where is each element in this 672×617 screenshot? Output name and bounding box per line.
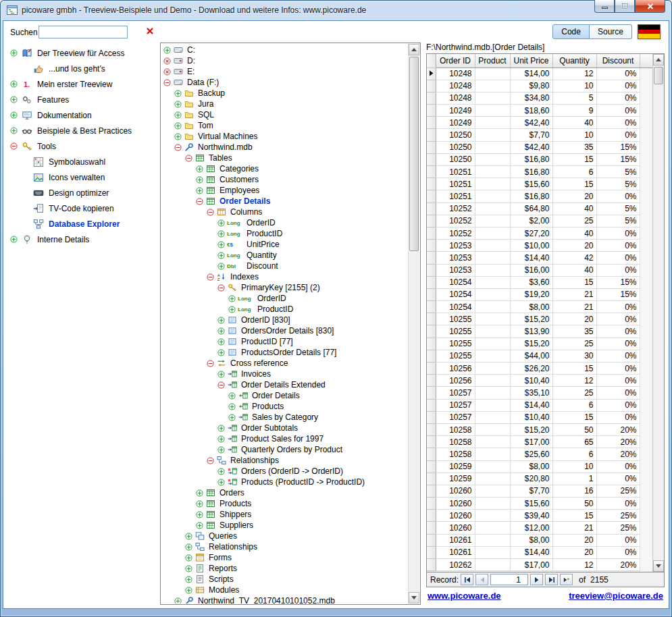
current-record-marker[interactable] bbox=[427, 68, 436, 80]
cell[interactable]: 10256 bbox=[436, 375, 475, 387]
record-number-input[interactable] bbox=[490, 574, 528, 585]
expand-plus-icon[interactable] bbox=[196, 176, 205, 184]
cell[interactable]: $15,60 bbox=[510, 178, 552, 190]
record-selector[interactable] bbox=[427, 338, 436, 350]
cell[interactable]: 10255 bbox=[436, 325, 475, 338]
column-header[interactable]: Quantity bbox=[552, 54, 596, 68]
record-selector[interactable] bbox=[427, 190, 436, 203]
tree-item[interactable]: Tom bbox=[162, 120, 408, 131]
tree-item[interactable]: Customers bbox=[162, 174, 408, 185]
cell[interactable] bbox=[475, 276, 510, 288]
sidebar-item[interactable]: 1.Mein erster Treeview bbox=[7, 76, 159, 92]
tree-item[interactable]: Northwind_TV_20170410101052.mdb bbox=[162, 595, 408, 603]
expand-plus-icon[interactable] bbox=[10, 96, 20, 103]
cell[interactable] bbox=[475, 338, 510, 350]
record-selector[interactable] bbox=[427, 460, 436, 473]
cell[interactable]: 15 bbox=[552, 510, 596, 522]
cell[interactable]: $15,20 bbox=[510, 338, 552, 350]
expand-plus-icon[interactable] bbox=[196, 187, 205, 194]
expand-plus-icon[interactable] bbox=[217, 219, 227, 227]
cell[interactable]: 10249 bbox=[436, 105, 475, 117]
cell[interactable] bbox=[475, 80, 510, 92]
cell[interactable]: $17,00 bbox=[510, 559, 552, 571]
tree-item[interactable]: Queries bbox=[162, 531, 408, 541]
cell[interactable]: 40 bbox=[552, 264, 596, 276]
cell[interactable]: 0% bbox=[596, 363, 640, 375]
last-record-button[interactable] bbox=[545, 574, 558, 585]
record-selector[interactable] bbox=[427, 92, 436, 104]
sidebar-item[interactable]: Features bbox=[7, 92, 159, 107]
search-input[interactable] bbox=[38, 26, 128, 38]
no-expand-icon[interactable] bbox=[163, 68, 173, 76]
record-selector[interactable] bbox=[427, 485, 436, 497]
cell[interactable]: 10250 bbox=[436, 129, 475, 141]
cell[interactable]: $17,00 bbox=[510, 436, 552, 448]
expand-plus-icon[interactable] bbox=[217, 338, 227, 346]
tree-item[interactable]: Shippers bbox=[162, 509, 408, 520]
sidebar-item[interactable]: Design optimizer bbox=[7, 185, 159, 200]
expand-plus-icon[interactable] bbox=[174, 101, 184, 108]
cell[interactable]: 10257 bbox=[436, 411, 475, 423]
cell[interactable] bbox=[475, 105, 510, 117]
cell[interactable]: 10255 bbox=[436, 338, 475, 350]
expand-plus-icon[interactable] bbox=[217, 327, 227, 335]
cell[interactable]: $15,60 bbox=[510, 498, 552, 510]
collapse-minus-icon[interactable] bbox=[207, 209, 216, 216]
collapse-minus-icon[interactable] bbox=[163, 79, 173, 86]
expand-plus-icon[interactable] bbox=[217, 230, 227, 238]
tree-item[interactable]: Products (ProductID -> ProductID) bbox=[162, 477, 408, 487]
cell[interactable] bbox=[475, 375, 510, 387]
sidebar-item[interactable]: Interne Details bbox=[7, 232, 159, 247]
record-selector[interactable] bbox=[427, 301, 436, 313]
cell[interactable] bbox=[475, 534, 510, 546]
grid-scrollbar-thumb[interactable] bbox=[654, 67, 663, 84]
cell[interactable]: 25 bbox=[552, 338, 596, 350]
record-selector[interactable] bbox=[427, 423, 436, 435]
tree-item[interactable]: Sales by Category bbox=[162, 412, 408, 423]
tree-item[interactable]: PrimaryKey [2155] (2) bbox=[162, 282, 408, 293]
cell[interactable]: $26,20 bbox=[510, 363, 552, 375]
cell[interactable]: 10253 bbox=[436, 264, 475, 276]
column-header[interactable]: Discount bbox=[596, 54, 640, 68]
expand-plus-icon[interactable] bbox=[196, 511, 205, 518]
record-selector[interactable] bbox=[427, 141, 436, 153]
expand-plus-icon[interactable] bbox=[174, 90, 184, 97]
cell[interactable] bbox=[475, 166, 510, 178]
tree-item[interactable]: C: bbox=[162, 45, 408, 55]
tree-item[interactable]: Suppliers bbox=[162, 520, 408, 531]
expand-plus-icon[interactable] bbox=[217, 371, 227, 378]
column-header[interactable]: Unit Price bbox=[510, 54, 552, 68]
sidebar-item[interactable]: Tools bbox=[7, 138, 159, 154]
record-selector[interactable] bbox=[427, 276, 436, 288]
cell[interactable]: 12 bbox=[552, 559, 596, 571]
expand-plus-icon[interactable] bbox=[228, 403, 238, 410]
cell[interactable]: 6 bbox=[552, 399, 596, 411]
cell[interactable]: $7,70 bbox=[510, 129, 552, 141]
expand-plus-icon[interactable] bbox=[174, 597, 184, 604]
collapse-minus-icon[interactable] bbox=[207, 360, 216, 367]
cell[interactable] bbox=[475, 92, 510, 104]
cell[interactable]: $3,60 bbox=[510, 276, 552, 288]
cell[interactable]: 0% bbox=[596, 190, 640, 203]
cell[interactable] bbox=[475, 313, 510, 325]
tree-item[interactable]: €$UnitPrice bbox=[162, 239, 408, 250]
cell[interactable]: 0% bbox=[596, 240, 640, 252]
expand-plus-icon[interactable] bbox=[217, 425, 227, 432]
sidebar-item[interactable]: Beispiele & Best Practices bbox=[7, 123, 159, 138]
collapse-minus-icon[interactable] bbox=[207, 273, 216, 281]
record-selector[interactable] bbox=[427, 522, 436, 534]
cell[interactable]: $35,10 bbox=[510, 387, 552, 399]
cell[interactable] bbox=[475, 411, 510, 423]
minimize-button[interactable] bbox=[594, 0, 615, 13]
cell[interactable]: 10256 bbox=[436, 363, 475, 375]
tree-item[interactable]: DblDiscount bbox=[162, 261, 408, 271]
cell[interactable]: $8,00 bbox=[510, 460, 552, 473]
cell[interactable] bbox=[475, 264, 510, 276]
cell[interactable] bbox=[475, 325, 510, 338]
cell[interactable]: 5% bbox=[596, 215, 640, 227]
record-selector[interactable] bbox=[427, 227, 436, 239]
cell[interactable]: 50 bbox=[552, 423, 596, 435]
expand-plus-icon[interactable] bbox=[196, 165, 205, 173]
record-selector[interactable] bbox=[427, 534, 436, 546]
collapse-minus-icon[interactable] bbox=[185, 155, 195, 162]
